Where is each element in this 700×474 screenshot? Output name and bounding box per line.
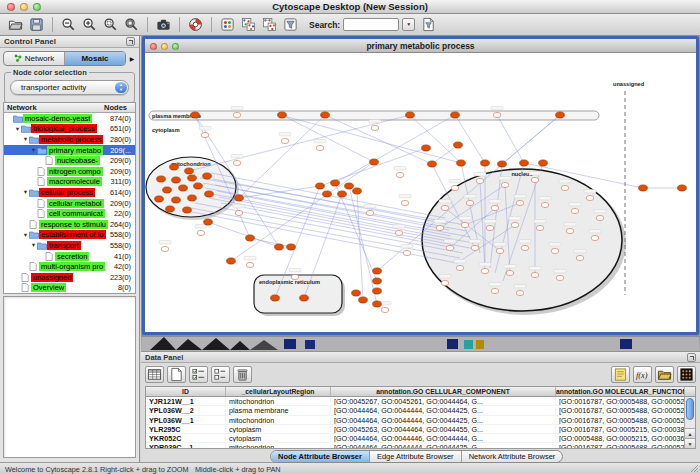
network-node[interactable] [373, 288, 382, 294]
network-node-small[interactable] [493, 112, 501, 117]
network-node-small[interactable] [281, 138, 289, 143]
network-node-small[interactable] [541, 202, 549, 207]
network-node-small[interactable] [316, 145, 324, 150]
network-node[interactable] [331, 180, 340, 186]
network-node-small[interactable] [486, 225, 494, 230]
network-node[interactable] [353, 188, 362, 194]
network-node[interactable] [185, 168, 194, 174]
network-node-small[interactable] [451, 185, 459, 190]
table-row[interactable]: YLR295Ccytoplasm[GO:0045263, GO:0044464,… [146, 425, 695, 434]
network-node[interactable] [163, 187, 172, 193]
zoom-button[interactable] [33, 3, 41, 11]
tab-mosaic[interactable]: Mosaic [65, 52, 125, 65]
network-node-small[interactable] [491, 205, 499, 210]
camera-icon[interactable] [153, 15, 174, 34]
data-panel-float-icon[interactable] [687, 353, 696, 362]
tab-node-attribute-browser[interactable]: Node Attribute Browser [271, 451, 370, 462]
network-node[interactable] [370, 159, 379, 165]
network-edge[interactable] [221, 203, 455, 248]
network-minimize-button[interactable] [161, 43, 168, 50]
zoom-in-icon[interactable] [79, 15, 100, 34]
network-copy-icon[interactable] [238, 15, 259, 34]
network-node-small[interactable] [481, 268, 489, 273]
network-node[interactable] [321, 112, 330, 118]
network-node-small[interactable] [501, 182, 509, 187]
network-node-small[interactable] [403, 250, 411, 255]
save-icon[interactable] [26, 15, 47, 34]
tree-item-nitrogen-compo[interactable]: nitrogen compo209(0) [4, 166, 135, 177]
network-node[interactable] [191, 112, 200, 118]
network-node-small[interactable] [491, 288, 499, 293]
network-copy-2-icon[interactable] [259, 15, 280, 34]
network-node-small[interactable] [441, 280, 449, 285]
network-node-small[interactable] [511, 222, 519, 227]
network-node[interactable] [520, 160, 529, 166]
table-row[interactable]: YPL036W__1mitochondrion[GO:0044464, GO:0… [146, 416, 695, 425]
network-node[interactable] [373, 278, 382, 284]
network-node-small[interactable] [506, 270, 514, 275]
network-node-small[interactable] [366, 210, 374, 215]
notes-icon[interactable] [611, 366, 630, 383]
tree-item-cellular-process[interactable]: ▼cellular process614(0) [4, 187, 135, 198]
node-color-dropdown[interactable]: transporter activity ▲▼ [10, 80, 129, 95]
network-node-small[interactable] [161, 246, 169, 251]
search-dropdown-arrow[interactable]: ▼ [402, 18, 415, 31]
resize-grip[interactable] [689, 463, 699, 473]
new-attribute-icon[interactable] [167, 366, 186, 383]
network-edge[interactable] [455, 115, 485, 163]
network-node-small[interactable] [596, 215, 604, 220]
network-node[interactable] [338, 191, 347, 197]
network-close-button[interactable] [150, 43, 157, 50]
network-node-small[interactable] [396, 172, 404, 177]
tree-item-mosaic-demo-yeast[interactable]: mosaic-demo-yeast874(0) [4, 113, 135, 124]
network-node-small[interactable] [516, 290, 524, 295]
network-node[interactable] [359, 297, 368, 303]
network-node-small[interactable] [576, 255, 584, 260]
network-node[interactable] [203, 173, 212, 179]
network-node-small[interactable] [201, 132, 209, 137]
column-header-3[interactable]: annotation.GO CELLULAR_COMPONENT [331, 387, 556, 396]
network-node[interactable] [345, 183, 354, 189]
table-scrollbar[interactable]: ▲ ▼ [684, 397, 695, 448]
network-node-small[interactable] [235, 210, 243, 215]
disclosure-triangle-icon[interactable]: ▼ [30, 242, 37, 248]
zoom-out-icon[interactable] [58, 15, 79, 34]
network-node[interactable] [451, 112, 460, 118]
vizmapper-icon[interactable] [217, 15, 238, 34]
network-edge[interactable] [250, 238, 291, 247]
disclosure-triangle-icon[interactable]: ▼ [22, 189, 29, 195]
network-node[interactable] [188, 195, 197, 201]
close-button[interactable] [7, 3, 15, 11]
network-node[interactable] [454, 142, 463, 148]
tree-item-biological-process[interactable]: ▼biological_process651(0) [4, 124, 135, 135]
network-node[interactable] [422, 145, 431, 151]
network-edge[interactable] [208, 222, 279, 247]
network-node[interactable] [179, 185, 188, 191]
network-node[interactable] [235, 195, 244, 201]
network-edge[interactable] [349, 186, 377, 304]
network-node[interactable] [457, 160, 466, 166]
network-node[interactable] [275, 244, 284, 250]
network-node-small[interactable] [233, 160, 241, 165]
network-node-small[interactable] [371, 125, 379, 130]
network-node-small[interactable] [591, 235, 599, 240]
network-node-small[interactable] [551, 248, 559, 253]
network-node-small[interactable] [521, 245, 529, 250]
network-node-small[interactable] [531, 177, 539, 182]
network-node[interactable] [172, 177, 181, 183]
network-node[interactable] [352, 290, 361, 296]
select-attributes-icon[interactable] [189, 366, 208, 383]
network-node[interactable] [188, 175, 197, 181]
column-header-4[interactable]: annotation.GO MOLECULAR_FUNCTION [556, 387, 685, 396]
search-input[interactable] [343, 18, 399, 31]
network-node[interactable] [373, 268, 382, 274]
table-row[interactable]: YKR052Ccytoplasm[GO:0044464, GO:0044446,… [146, 434, 695, 443]
disclosure-triangle-icon[interactable]: ▼ [22, 136, 29, 142]
column-header-2[interactable]: _cellularLayoutRegion [226, 387, 331, 396]
zoom-fit-icon[interactable] [121, 15, 142, 34]
search-config-icon[interactable] [418, 15, 439, 34]
tree-item-establishment-of-lo[interactable]: ▼establishment of lo558(0) [4, 230, 135, 241]
tree-item-macromolecule[interactable]: macromolecule311(0) [4, 177, 135, 188]
network-node-small[interactable] [476, 178, 484, 183]
network-node[interactable] [639, 185, 648, 191]
